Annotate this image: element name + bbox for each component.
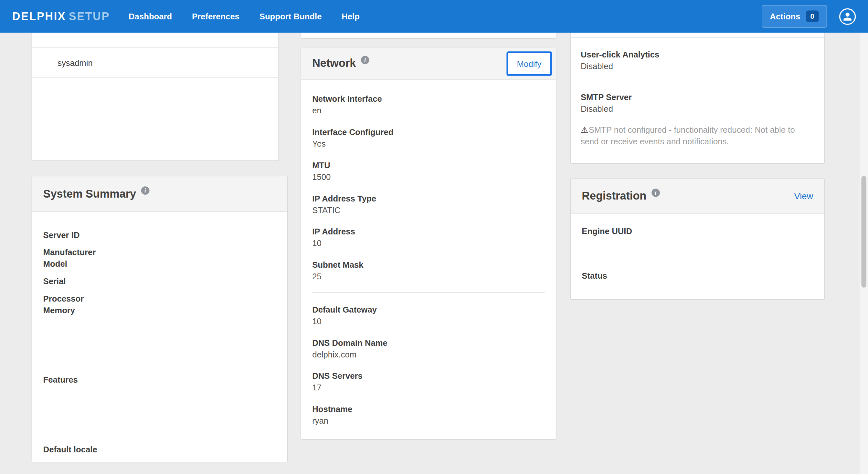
network-field-subnet-mask: Subnet Mask 25 [312, 259, 545, 282]
network-field-hostname: Hostname ryan [312, 403, 545, 427]
field-value: ryan [312, 415, 545, 427]
field-label: SMTP Server [581, 91, 814, 103]
field-label-model: Model [43, 258, 276, 269]
top-navbar: DELPHIXSETUP Dashboard Preferences Suppo… [0, 0, 868, 33]
network-field-default-gateway: Default Gateway 10 [312, 304, 545, 327]
analytics-field: User-click Analytics Disabled [581, 49, 814, 72]
field-label: Engine UUID [582, 225, 813, 237]
network-field-interface: Network Interface en [312, 93, 545, 116]
field-label: IP Address [312, 226, 545, 237]
actions-button-label: Actions [770, 12, 800, 21]
modify-button[interactable]: Modify [506, 52, 552, 75]
network-field-dns-domain-name: DNS Domain Name delphix.com [312, 337, 545, 360]
field-label-features: Features [43, 374, 276, 385]
network-field-interface-configured: Interface Configured Yes [312, 126, 545, 149]
system-summary-body: Server ID Manufacturer Model Serial Proc… [32, 212, 287, 455]
registration-body: Engine UUID Status [571, 214, 825, 293]
user-avatar[interactable] [839, 8, 856, 25]
smtp-field: SMTP Server Disabled [581, 91, 814, 114]
status-field: Status [582, 270, 813, 293]
nav-item-help[interactable]: Help [332, 1, 369, 32]
section-divider [312, 292, 545, 293]
field-label: User-click Analytics [581, 49, 814, 60]
user-row-label: sysadmin [58, 58, 93, 67]
registration-header: Registration View [571, 178, 825, 214]
field-value: 25 [312, 271, 545, 282]
network-field-ip-address-type: IP Address Type STATIC [312, 193, 545, 216]
field-value: STATIC [312, 204, 545, 216]
view-link[interactable]: View [794, 191, 813, 201]
field-label: Default Gateway [312, 304, 545, 315]
nav-links: Dashboard Preferences Support Bundle Hel… [119, 1, 369, 32]
info-icon[interactable] [141, 186, 150, 195]
field-label: IP Address Type [312, 193, 545, 204]
field-value: Disabled [581, 103, 814, 114]
actions-count-badge: 0 [806, 11, 819, 22]
field-value: 10 [312, 237, 545, 249]
field-value [582, 237, 813, 248]
registration-card: Registration View Engine UUID Status [570, 178, 825, 300]
field-label: Status [582, 270, 813, 281]
field-value: 10 [312, 315, 545, 327]
field-label-default-locale: Default locale [43, 444, 276, 455]
field-label-processor: Processor [43, 293, 276, 304]
network-title: Network [312, 57, 356, 69]
warning-icon: ⚠ [581, 125, 588, 134]
registration-title: Registration [582, 190, 646, 202]
network-card: Network Modify Network Interface en Inte… [301, 47, 556, 440]
smtp-warning-message: ⚠SMTP not configured - functionality red… [581, 124, 814, 147]
notifications-body: User-click Analytics Disabled SMTP Serve… [571, 37, 825, 147]
brand-logo: DELPHIXSETUP [12, 10, 110, 23]
network-field-dns-servers: DNS Servers 17 [312, 370, 545, 393]
field-label: DNS Servers [312, 370, 545, 382]
field-label: Interface Configured [312, 126, 545, 138]
user-icon [842, 11, 852, 21]
users-card: sysadmin [32, 16, 279, 161]
field-label: Subnet Mask [312, 259, 545, 271]
field-label-manufacturer: Manufacturer [43, 246, 276, 258]
field-value: delphix.com [312, 348, 545, 360]
field-label: DNS Domain Name [312, 337, 545, 348]
field-value: Disabled [581, 60, 814, 72]
network-field-mtu: MTU 1500 [312, 159, 545, 182]
field-value [582, 281, 813, 293]
actions-button[interactable]: Actions 0 [762, 5, 827, 28]
field-value: en [312, 105, 545, 116]
system-summary-card: System Summary Server ID Manufacturer Mo… [32, 176, 288, 462]
field-label: Network Interface [312, 93, 545, 105]
delphix-setup-app: sysadmin System Summary Server ID Manufa… [0, 0, 868, 474]
field-label-server-id: Server ID [43, 229, 276, 241]
brand-primary: DELPHIX [12, 10, 66, 22]
network-header: Network Modify [301, 47, 556, 79]
nav-item-preferences[interactable]: Preferences [182, 1, 249, 32]
field-label: MTU [312, 159, 545, 171]
field-value: 1500 [312, 171, 545, 182]
scrollbar-thumb[interactable] [861, 176, 866, 288]
brand-secondary: SETUP [69, 10, 110, 22]
nav-item-dashboard[interactable]: Dashboard [119, 1, 182, 32]
engine-uuid-field: Engine UUID [582, 225, 813, 248]
info-icon[interactable] [651, 189, 660, 197]
info-icon[interactable] [361, 56, 369, 64]
field-value: Yes [312, 138, 545, 149]
user-row-sysadmin[interactable]: sysadmin [32, 47, 278, 78]
smtp-warning-text: SMTP not configured - functionality redu… [581, 125, 795, 146]
notifications-card: User-click Analytics Disabled SMTP Serve… [570, 16, 825, 164]
network-body: Network Interface en Interface Configure… [301, 80, 556, 427]
field-value: 17 [312, 382, 545, 393]
system-summary-header: System Summary [32, 176, 287, 212]
field-label-serial: Serial [43, 275, 276, 287]
nav-item-support-bundle[interactable]: Support Bundle [249, 1, 332, 32]
field-label: Hostname [312, 403, 545, 415]
scrollbar-track[interactable] [860, 33, 868, 474]
field-label-memory: Memory [43, 304, 276, 316]
system-summary-title: System Summary [43, 188, 136, 200]
network-field-ip-address: IP Address 10 [312, 226, 545, 249]
